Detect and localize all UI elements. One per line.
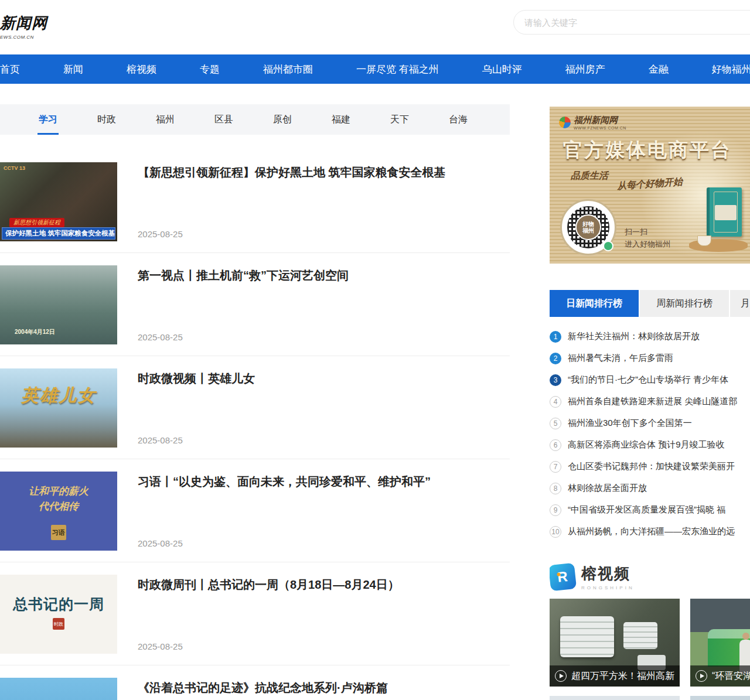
rank-badge: 3 [550, 374, 561, 386]
news-thumbnail[interactable]: 2004年4月12日 [0, 265, 117, 344]
video-caption: “环晋安湖 [712, 670, 750, 682]
tab-daily-ranking[interactable]: 日新闻排行榜 [550, 290, 639, 317]
video-row-2 [550, 696, 750, 700]
ranking-item-text: 高新区将添商业综合体 预计9月竣工验收 [568, 439, 750, 450]
video-caption-bar: “环晋安湖 [690, 665, 750, 687]
nav-item-rongshipin[interactable]: 榕视频 [127, 63, 156, 76]
news-thumbnail[interactable] [0, 678, 117, 700]
nav-item-realestate[interactable]: 福州房产 [565, 63, 605, 76]
site-logo[interactable]: 新闻网 EWS.COM.CN [0, 13, 47, 40]
news-body: 【新思想引领新征程】保护好黑土地 筑牢国家粮食安全根基 2025-08-25 [138, 162, 510, 241]
banner-title: 官方媒体电商平台 [550, 137, 745, 163]
ranking-item[interactable]: 10 从福州扬帆，向大洋拓疆——宏东渔业的远 [550, 521, 750, 542]
ranking-item-text: 林则徐故居全面开放 [568, 483, 750, 494]
nav-item-topics[interactable]: 专题 [200, 63, 220, 76]
ranking-item-text: 福州首条自建铁路迎来新进展 尖峰山隧道部 [568, 396, 750, 407]
news-body: 《沿着总书记的足迹》抗战纪念地系列·卢沟桥篇 [138, 678, 510, 700]
news-title[interactable]: 习语丨“以史为鉴、面向未来，共同珍爱和平、维护和平” [138, 473, 489, 490]
rank-badge: 8 [550, 483, 561, 494]
ranking-item[interactable]: 7 仓山区委书记魏邦仲：加快建设繁荣美丽开 [550, 456, 750, 477]
news-column: 学习 时政 福州 区县 原创 福建 天下 台海 CCTV 13 新思想引领新征程… [0, 104, 510, 700]
news-thumbnail[interactable]: 总书记的一周 时政 [0, 575, 117, 654]
tab-weekly-ranking[interactable]: 周新闻排行榜 [640, 290, 729, 317]
xiyu-seal: 习语 [51, 525, 66, 540]
tab-monthly-ranking[interactable]: 月 [730, 290, 750, 317]
news-row[interactable]: 《沿着总书记的足迹》抗战纪念地系列·卢沟桥篇 [0, 665, 510, 700]
tab-taihai[interactable]: 台海 [449, 104, 468, 135]
thumbnail-line2: 代代相传 [0, 500, 117, 513]
news-list: CCTV 13 新思想引领新征程 保护好黑土地 筑牢国家粮食安全根基 【新思想引… [0, 150, 510, 700]
video-card[interactable]: 超四万平方米！福州高新区综 [550, 599, 680, 687]
ranking-item[interactable]: 1 新华社关注福州：林则徐故居开放 [550, 326, 750, 347]
news-row[interactable]: 2004年4月12日 第一视点丨推土机前“救”下运河艺创空间 2025-08-2… [0, 253, 510, 356]
nav-item-wushan[interactable]: 乌山时评 [482, 63, 522, 76]
play-icon[interactable] [696, 670, 707, 682]
news-title[interactable]: 时政微视频丨英雄儿女 [138, 370, 489, 387]
rank-badge: 6 [550, 439, 561, 451]
nav-item-goods[interactable]: 好物福州 [712, 63, 750, 76]
qr-center-label: 好物 福州 [575, 214, 601, 240]
ranking-item-text: 新华社关注福州：林则徐故居开放 [568, 331, 750, 342]
tab-yuanchuang[interactable]: 原创 [273, 104, 292, 135]
tab-tianxia[interactable]: 天下 [390, 104, 409, 135]
video-card[interactable]: “环晋安湖 [690, 599, 750, 687]
rank-badge: 1 [550, 331, 561, 343]
ranking-item[interactable]: 8 林则徐故居全面开放 [550, 477, 750, 499]
ranking-tabs: 日新闻排行榜 周新闻排行榜 月 [550, 290, 750, 317]
news-title[interactable]: 第一视点丨推土机前“救”下运河艺创空间 [138, 267, 489, 284]
nav-item-onescreen[interactable]: 一屏尽览 有福之州 [356, 63, 439, 76]
ranking-item[interactable]: 6 高新区将添商业综合体 预计9月竣工验收 [550, 434, 750, 456]
thumbnail-line1: 让和平的薪火 [0, 484, 117, 498]
scan-line2: 进入好物福州 [625, 238, 670, 251]
tab-shizheng[interactable]: 时政 [97, 104, 116, 135]
ranking-item[interactable]: 2 福州暑气未消，午后多雷雨 [550, 347, 750, 369]
news-title[interactable]: 《沿着总书记的足迹》抗战纪念地系列·卢沟桥篇 [138, 679, 489, 696]
rank-badge: 7 [550, 461, 561, 473]
news-row[interactable]: 总书记的一周 时政 时政微周刊丨总书记的一周（8月18日—8月24日） 2025… [0, 562, 510, 665]
news-thumbnail[interactable]: 让和平的薪火 代代相传 习语 [0, 472, 117, 551]
news-row[interactable]: CCTV 13 新思想引领新征程 保护好黑土地 筑牢国家粮食安全根基 【新思想引… [0, 162, 510, 253]
nav-item-metro[interactable]: 福州都市圈 [263, 63, 313, 76]
qr-label-line1: 好物 [582, 221, 594, 227]
ranking-item[interactable]: 5 福州渔业30年创下多个全国第一 [550, 412, 750, 434]
wechat-icon [603, 241, 613, 251]
ranking-item-text: 福州暑气未消，午后多雷雨 [568, 353, 750, 364]
video-card[interactable] [690, 696, 750, 700]
news-row[interactable]: 英雄儿女 时政微视频丨英雄儿女 2025-08-25 [0, 356, 510, 459]
ranking-item-text: 福州渔业30年创下多个全国第一 [568, 418, 750, 429]
banner-scan-text: 扫一扫 进入好物福州 [625, 226, 670, 251]
tab-fuzhou[interactable]: 福州 [156, 104, 175, 135]
nav-item-finance[interactable]: 金融 [649, 63, 669, 76]
ranking-item[interactable]: 9 “中国省级开发区高质量发展百强”揭晓 福 [550, 499, 750, 521]
nav-item-home[interactable]: 首页 [0, 63, 20, 76]
qr-code: 好物 福州 [560, 199, 616, 255]
news-thumbnail[interactable]: CCTV 13 新思想引领新征程 保护好黑土地 筑牢国家粮食安全根基 [0, 162, 117, 241]
ranking-item[interactable]: 4 福州首条自建铁路迎来新进展 尖峰山隧道部 [550, 391, 750, 412]
ecommerce-banner-ad[interactable]: 福州新闻网 WWW.FZNEWS.COM.CN 官方媒体电商平台 品质生活 从每… [550, 107, 750, 264]
news-thumbnail[interactable]: 英雄儿女 [0, 368, 117, 448]
ranking-item[interactable]: 3 “我们的节日·七夕”仓山专场举行 青少年体 [550, 369, 750, 391]
news-row[interactable]: 让和平的薪火 代代相传 习语 习语丨“以史为鉴、面向未来，共同珍爱和平、维护和平… [0, 459, 510, 562]
thumbnail-ribbon: 新思想引领新征程 [9, 218, 64, 227]
rank-badge: 5 [550, 418, 561, 429]
video-caption-bar: 超四万平方米！福州高新区综 [550, 665, 680, 687]
news-body: 时政微视频丨英雄儿女 2025-08-25 [138, 368, 510, 448]
nav-item-news[interactable]: 新闻 [63, 63, 83, 76]
tab-quxian[interactable]: 区县 [214, 104, 233, 135]
video-section-title: 榕视频 [581, 564, 635, 584]
cctv-watermark: CCTV 13 [4, 165, 25, 171]
news-title[interactable]: 时政微周刊丨总书记的一周（8月18日—8月24日） [138, 576, 489, 593]
ranking-item-text: “我们的节日·七夕”仓山专场举行 青少年体 [568, 374, 750, 385]
play-icon[interactable] [555, 670, 567, 682]
banner-subtitle-1: 品质生活 [571, 170, 608, 182]
search-input[interactable] [513, 10, 750, 35]
rank-badge: 4 [550, 396, 561, 408]
tab-xuexi[interactable]: 学习 [39, 104, 57, 135]
tab-fujian[interactable]: 福建 [332, 104, 350, 135]
news-body: 时政微周刊丨总书记的一周（8月18日—8月24日） 2025-08-25 [138, 575, 510, 654]
video-section-subtitle: RONGSHIPIN [581, 585, 635, 590]
video-card[interactable] [550, 696, 680, 700]
news-body: 习语丨“以史为鉴、面向未来，共同珍爱和平、维护和平” 2025-08-25 [138, 472, 510, 551]
rongshipin-logo-icon [550, 563, 577, 591]
news-title[interactable]: 【新思想引领新征程】保护好黑土地 筑牢国家粮食安全根基 [138, 163, 489, 181]
